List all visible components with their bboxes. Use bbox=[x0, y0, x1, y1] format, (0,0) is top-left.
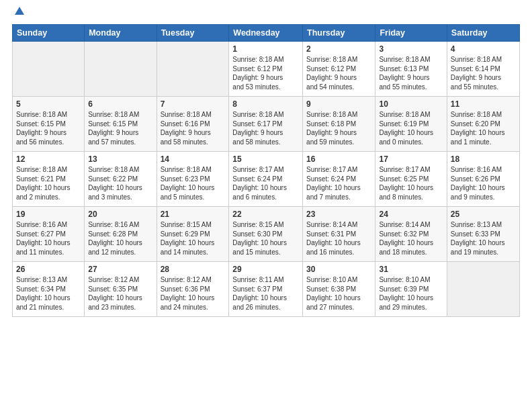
day-info: Sunrise: 8:10 AM Sunset: 6:38 PM Dayligh… bbox=[306, 275, 371, 312]
week-row-2: 12Sunrise: 8:18 AM Sunset: 6:21 PM Dayli… bbox=[13, 152, 520, 207]
day-cell: 21Sunrise: 8:15 AM Sunset: 6:29 PM Dayli… bbox=[157, 207, 229, 262]
week-row-1: 5Sunrise: 8:18 AM Sunset: 6:15 PM Daylig… bbox=[13, 97, 520, 152]
day-info: Sunrise: 8:18 AM Sunset: 6:23 PM Dayligh… bbox=[161, 165, 226, 201]
day-cell: 13Sunrise: 8:18 AM Sunset: 6:22 PM Dayli… bbox=[85, 152, 157, 207]
day-header-friday: Friday bbox=[375, 25, 447, 42]
day-cell: 3Sunrise: 8:18 AM Sunset: 6:13 PM Daylig… bbox=[375, 42, 447, 97]
day-number: 28 bbox=[161, 265, 226, 274]
header-row: SundayMondayTuesdayWednesdayThursdayFrid… bbox=[13, 25, 520, 42]
week-row-3: 19Sunrise: 8:16 AM Sunset: 6:27 PM Dayli… bbox=[13, 207, 520, 262]
day-number: 11 bbox=[451, 99, 516, 109]
day-cell: 15Sunrise: 8:17 AM Sunset: 6:24 PM Dayli… bbox=[229, 152, 303, 207]
day-number: 20 bbox=[88, 210, 152, 219]
day-number: 9 bbox=[306, 99, 371, 109]
day-cell: 7Sunrise: 8:18 AM Sunset: 6:16 PM Daylig… bbox=[157, 97, 229, 152]
day-info: Sunrise: 8:14 AM Sunset: 6:31 PM Dayligh… bbox=[306, 220, 371, 257]
day-cell: 24Sunrise: 8:14 AM Sunset: 6:32 PM Dayli… bbox=[375, 207, 447, 262]
week-row-0: 1Sunrise: 8:18 AM Sunset: 6:12 PM Daylig… bbox=[13, 42, 520, 97]
day-number: 16 bbox=[306, 154, 371, 164]
day-number: 13 bbox=[88, 154, 152, 164]
day-info: Sunrise: 8:11 AM Sunset: 6:37 PM Dayligh… bbox=[232, 275, 299, 312]
day-info: Sunrise: 8:18 AM Sunset: 6:12 PM Dayligh… bbox=[306, 55, 371, 91]
logo bbox=[12, 12, 26, 17]
week-row-4: 26Sunrise: 8:13 AM Sunset: 6:34 PM Dayli… bbox=[13, 262, 520, 317]
day-number: 25 bbox=[451, 210, 516, 219]
day-cell: 12Sunrise: 8:18 AM Sunset: 6:21 PM Dayli… bbox=[13, 152, 85, 207]
day-info: Sunrise: 8:18 AM Sunset: 6:20 PM Dayligh… bbox=[451, 110, 516, 146]
day-cell: 11Sunrise: 8:18 AM Sunset: 6:20 PM Dayli… bbox=[447, 97, 519, 152]
day-number: 17 bbox=[379, 154, 443, 164]
day-info: Sunrise: 8:16 AM Sunset: 6:27 PM Dayligh… bbox=[16, 220, 81, 257]
day-number: 5 bbox=[16, 99, 81, 109]
day-cell bbox=[157, 42, 229, 97]
day-info: Sunrise: 8:17 AM Sunset: 6:24 PM Dayligh… bbox=[306, 165, 371, 201]
day-cell: 19Sunrise: 8:16 AM Sunset: 6:27 PM Dayli… bbox=[13, 207, 85, 262]
day-cell: 20Sunrise: 8:16 AM Sunset: 6:28 PM Dayli… bbox=[85, 207, 157, 262]
header bbox=[12, 12, 520, 17]
day-number: 26 bbox=[16, 265, 81, 274]
day-number: 4 bbox=[451, 44, 516, 54]
day-number: 14 bbox=[161, 154, 226, 164]
calendar: SundayMondayTuesdayWednesdayThursdayFrid… bbox=[12, 24, 520, 317]
day-number: 1 bbox=[232, 44, 299, 54]
day-cell: 6Sunrise: 8:18 AM Sunset: 6:15 PM Daylig… bbox=[85, 97, 157, 152]
day-cell: 2Sunrise: 8:18 AM Sunset: 6:12 PM Daylig… bbox=[303, 42, 375, 97]
day-info: Sunrise: 8:17 AM Sunset: 6:25 PM Dayligh… bbox=[379, 165, 443, 201]
day-cell bbox=[13, 42, 85, 97]
day-cell bbox=[447, 262, 519, 317]
day-number: 31 bbox=[379, 265, 443, 274]
page: SundayMondayTuesdayWednesdayThursdayFrid… bbox=[0, 0, 532, 411]
day-cell: 4Sunrise: 8:18 AM Sunset: 6:14 PM Daylig… bbox=[447, 42, 519, 97]
day-info: Sunrise: 8:18 AM Sunset: 6:13 PM Dayligh… bbox=[379, 55, 443, 91]
day-cell: 5Sunrise: 8:18 AM Sunset: 6:15 PM Daylig… bbox=[13, 97, 85, 152]
day-cell: 8Sunrise: 8:18 AM Sunset: 6:17 PM Daylig… bbox=[229, 97, 303, 152]
day-cell: 14Sunrise: 8:18 AM Sunset: 6:23 PM Dayli… bbox=[157, 152, 229, 207]
logo-icon bbox=[13, 5, 26, 17]
day-number: 2 bbox=[306, 44, 371, 54]
day-cell: 25Sunrise: 8:13 AM Sunset: 6:33 PM Dayli… bbox=[447, 207, 519, 262]
day-header-tuesday: Tuesday bbox=[157, 25, 229, 42]
day-cell: 18Sunrise: 8:16 AM Sunset: 6:26 PM Dayli… bbox=[447, 152, 519, 207]
day-cell: 26Sunrise: 8:13 AM Sunset: 6:34 PM Dayli… bbox=[13, 262, 85, 317]
day-number: 15 bbox=[232, 154, 299, 164]
day-cell: 23Sunrise: 8:14 AM Sunset: 6:31 PM Dayli… bbox=[303, 207, 375, 262]
day-number: 3 bbox=[379, 44, 443, 54]
day-info: Sunrise: 8:18 AM Sunset: 6:12 PM Dayligh… bbox=[232, 55, 299, 91]
day-number: 19 bbox=[16, 210, 81, 219]
day-info: Sunrise: 8:18 AM Sunset: 6:16 PM Dayligh… bbox=[161, 110, 226, 146]
day-number: 24 bbox=[379, 210, 443, 219]
day-cell: 28Sunrise: 8:12 AM Sunset: 6:36 PM Dayli… bbox=[157, 262, 229, 317]
day-cell: 10Sunrise: 8:18 AM Sunset: 6:19 PM Dayli… bbox=[375, 97, 447, 152]
day-info: Sunrise: 8:14 AM Sunset: 6:32 PM Dayligh… bbox=[379, 220, 443, 257]
day-header-wednesday: Wednesday bbox=[229, 25, 303, 42]
day-info: Sunrise: 8:16 AM Sunset: 6:26 PM Dayligh… bbox=[451, 165, 516, 201]
day-info: Sunrise: 8:18 AM Sunset: 6:15 PM Dayligh… bbox=[16, 110, 81, 146]
day-cell: 17Sunrise: 8:17 AM Sunset: 6:25 PM Dayli… bbox=[375, 152, 447, 207]
day-number: 8 bbox=[232, 99, 299, 109]
day-info: Sunrise: 8:17 AM Sunset: 6:24 PM Dayligh… bbox=[232, 165, 299, 201]
day-number: 18 bbox=[451, 154, 516, 164]
day-info: Sunrise: 8:16 AM Sunset: 6:28 PM Dayligh… bbox=[88, 220, 152, 257]
day-number: 23 bbox=[306, 210, 371, 219]
day-header-monday: Monday bbox=[85, 25, 157, 42]
day-number: 22 bbox=[232, 210, 299, 219]
day-info: Sunrise: 8:18 AM Sunset: 6:21 PM Dayligh… bbox=[16, 165, 81, 201]
day-info: Sunrise: 8:13 AM Sunset: 6:34 PM Dayligh… bbox=[16, 275, 81, 312]
day-info: Sunrise: 8:18 AM Sunset: 6:22 PM Dayligh… bbox=[88, 165, 152, 201]
day-number: 21 bbox=[161, 210, 226, 219]
day-cell: 29Sunrise: 8:11 AM Sunset: 6:37 PM Dayli… bbox=[229, 262, 303, 317]
day-info: Sunrise: 8:18 AM Sunset: 6:15 PM Dayligh… bbox=[88, 110, 152, 146]
day-header-saturday: Saturday bbox=[447, 25, 519, 42]
day-info: Sunrise: 8:18 AM Sunset: 6:19 PM Dayligh… bbox=[379, 110, 443, 146]
day-number: 10 bbox=[379, 99, 443, 109]
day-cell: 27Sunrise: 8:12 AM Sunset: 6:35 PM Dayli… bbox=[85, 262, 157, 317]
day-cell: 30Sunrise: 8:10 AM Sunset: 6:38 PM Dayli… bbox=[303, 262, 375, 317]
day-cell: 1Sunrise: 8:18 AM Sunset: 6:12 PM Daylig… bbox=[229, 42, 303, 97]
day-info: Sunrise: 8:18 AM Sunset: 6:18 PM Dayligh… bbox=[306, 110, 371, 146]
day-number: 12 bbox=[16, 154, 81, 164]
day-cell: 31Sunrise: 8:10 AM Sunset: 6:39 PM Dayli… bbox=[375, 262, 447, 317]
day-info: Sunrise: 8:15 AM Sunset: 6:29 PM Dayligh… bbox=[161, 220, 226, 257]
day-cell bbox=[85, 42, 157, 97]
day-number: 29 bbox=[232, 265, 299, 274]
day-cell: 22Sunrise: 8:15 AM Sunset: 6:30 PM Dayli… bbox=[229, 207, 303, 262]
